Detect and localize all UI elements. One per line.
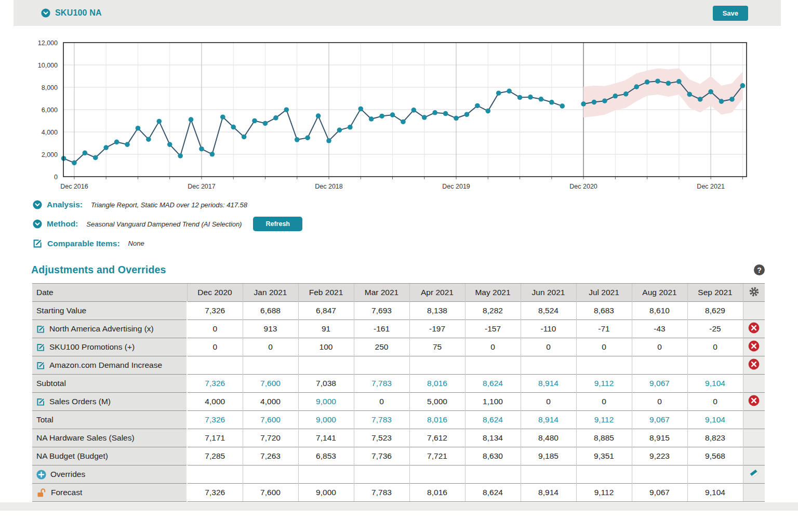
sku-header-toggle[interactable]: SKU100 NA — [41, 8, 102, 18]
adjustments-title: Adjustments and Overrides — [31, 264, 166, 276]
cell-sales-orders-sep-2021[interactable]: 0 — [687, 393, 743, 411]
cell-total-jan-2021: 7,600 — [243, 411, 298, 429]
cell-overrides-sep-2021[interactable] — [687, 466, 743, 484]
help-icon[interactable]: ? — [754, 264, 765, 275]
refresh-button[interactable]: Refresh — [253, 217, 302, 231]
cell-sku100-promotions-jun-2021[interactable]: 0 — [521, 338, 576, 356]
cell-sku100-promotions-dec-2020[interactable]: 0 — [187, 338, 243, 356]
edit-icon[interactable] — [33, 238, 43, 248]
cell-overrides-may-2021[interactable] — [465, 466, 521, 484]
cell-sales-orders-jul-2021[interactable]: 0 — [576, 393, 632, 411]
save-button[interactable]: Save — [713, 6, 748, 21]
cell-overrides-jun-2021[interactable] — [521, 466, 576, 484]
cell-north-america-advertising-sep-2021[interactable]: -25 — [687, 320, 743, 338]
cell-starting-value-jun-2021: 8,524 — [521, 302, 576, 320]
edit-icon[interactable] — [36, 343, 45, 352]
actuals-point — [496, 90, 501, 96]
row-label-text: Total — [36, 415, 54, 424]
cell-total-feb-2021: 9,000 — [298, 411, 354, 429]
column-header-month: Sep 2021 — [687, 284, 743, 302]
cell-sales-orders-apr-2021[interactable]: 5,000 — [409, 393, 465, 411]
cell-na-hardware-sales-may-2021: 8,134 — [465, 429, 521, 447]
cell-amazon-demand-increase-jun-2021[interactable] — [521, 356, 576, 375]
cell-amazon-demand-increase-sep-2021[interactable] — [687, 356, 743, 375]
cell-sku100-promotions-jul-2021[interactable]: 0 — [576, 338, 632, 356]
row-label-sku100-promotions: SKU100 Promotions (+) — [32, 338, 187, 356]
gear-icon[interactable] — [749, 286, 760, 297]
empty-icon-cell — [743, 302, 765, 320]
edit-icon[interactable] — [36, 361, 45, 370]
edit-icon[interactable] — [36, 397, 45, 406]
edit-icon[interactable] — [36, 325, 45, 334]
actuals-point — [167, 142, 172, 147]
cell-sku100-promotions-mar-2021[interactable]: 250 — [354, 338, 409, 356]
add-override-icon[interactable] — [36, 470, 46, 480]
table-row-overrides: Overrides — [32, 466, 765, 484]
cell-north-america-advertising-jul-2021[interactable]: -71 — [576, 320, 632, 338]
cell-sales-orders-jun-2021[interactable]: 0 — [521, 393, 576, 411]
cell-amazon-demand-increase-may-2021[interactable] — [465, 356, 521, 375]
cell-overrides-jan-2021[interactable] — [243, 466, 298, 484]
cell-overrides-dec-2020[interactable] — [187, 466, 243, 484]
cell-amazon-demand-increase-apr-2021[interactable] — [409, 356, 465, 375]
unlocked-icon[interactable] — [36, 488, 47, 497]
cell-overrides-mar-2021[interactable] — [354, 466, 409, 484]
table-row-na-budget: NA Budget (Budget)7,2857,2636,8537,7367,… — [32, 447, 765, 466]
cell-sales-orders-feb-2021[interactable]: 9,000 — [298, 393, 354, 411]
eraser-icon[interactable] — [749, 469, 760, 478]
cell-amazon-demand-increase-dec-2020[interactable] — [187, 356, 243, 375]
delete-cell-sku100-promotions[interactable] — [743, 338, 765, 356]
cell-sales-orders-jan-2021[interactable]: 4,000 — [243, 393, 298, 411]
cell-sku100-promotions-may-2021[interactable]: 0 — [465, 338, 521, 356]
cell-sku100-promotions-jan-2021[interactable]: 0 — [243, 338, 298, 356]
cell-sku100-promotions-apr-2021[interactable]: 75 — [409, 338, 465, 356]
row-label-na-hardware-sales: NA Hardware Sales (Sales) — [32, 429, 187, 447]
delete-row-icon[interactable] — [748, 395, 760, 406]
cell-north-america-advertising-jun-2021[interactable]: -110 — [521, 320, 576, 338]
cell-sales-orders-may-2021[interactable]: 1,100 — [465, 393, 521, 411]
column-header-month: Dec 2020 — [187, 284, 243, 302]
cell-amazon-demand-increase-mar-2021[interactable] — [354, 356, 409, 375]
table-settings-cell[interactable] — [743, 284, 765, 302]
cell-amazon-demand-increase-jul-2021[interactable] — [576, 356, 632, 375]
cell-north-america-advertising-feb-2021[interactable]: 91 — [298, 320, 354, 338]
delete-cell-sales-orders[interactable] — [743, 393, 765, 411]
cell-sku100-promotions-sep-2021[interactable]: 0 — [687, 338, 743, 356]
method-chevron-icon[interactable] — [33, 219, 42, 229]
eraser-cell-overrides[interactable] — [743, 466, 765, 484]
cell-north-america-advertising-jan-2021[interactable]: 913 — [243, 320, 298, 338]
cell-overrides-feb-2021[interactable] — [298, 466, 354, 484]
forecast-point — [645, 79, 650, 85]
cell-sku100-promotions-aug-2021[interactable]: 0 — [632, 338, 687, 356]
delete-row-icon[interactable] — [748, 322, 760, 334]
cell-total-aug-2021: 9,067 — [632, 411, 687, 429]
cell-north-america-advertising-aug-2021[interactable]: -43 — [632, 320, 687, 338]
delete-row-icon[interactable] — [748, 340, 760, 352]
cell-overrides-apr-2021[interactable] — [409, 466, 465, 484]
delete-cell-north-america-advertising[interactable] — [743, 320, 765, 338]
chevron-down-circle-icon[interactable] — [41, 8, 50, 18]
cell-na-budget-jun-2021: 9,185 — [521, 447, 576, 466]
cell-north-america-advertising-apr-2021[interactable]: -197 — [409, 320, 465, 338]
row-label-text: Sales Orders (M) — [49, 397, 111, 406]
analysis-chevron-icon[interactable] — [33, 200, 42, 209]
cell-overrides-aug-2021[interactable] — [632, 466, 687, 484]
delete-row-icon[interactable] — [748, 358, 760, 370]
cell-sku100-promotions-feb-2021[interactable]: 100 — [298, 338, 354, 356]
cell-amazon-demand-increase-aug-2021[interactable] — [632, 356, 687, 375]
column-header-month: May 2021 — [465, 284, 521, 302]
cell-subtotal-feb-2021: 7,038 — [298, 375, 354, 393]
cell-sales-orders-mar-2021[interactable]: 0 — [354, 393, 409, 411]
cell-north-america-advertising-dec-2020[interactable]: 0 — [187, 320, 243, 338]
cell-amazon-demand-increase-feb-2021[interactable] — [298, 356, 354, 375]
actuals-point — [231, 125, 236, 130]
cell-sales-orders-aug-2021[interactable]: 0 — [632, 393, 687, 411]
cell-north-america-advertising-may-2021[interactable]: -157 — [465, 320, 521, 338]
cell-overrides-jul-2021[interactable] — [576, 466, 632, 484]
cell-north-america-advertising-mar-2021[interactable]: -161 — [354, 320, 409, 338]
cell-amazon-demand-increase-jan-2021[interactable] — [243, 356, 298, 375]
cell-sales-orders-dec-2020[interactable]: 4,000 — [187, 393, 243, 411]
empty-icon-cell — [743, 484, 765, 502]
delete-cell-amazon-demand-increase[interactable] — [743, 356, 765, 375]
actuals-point — [411, 108, 417, 113]
